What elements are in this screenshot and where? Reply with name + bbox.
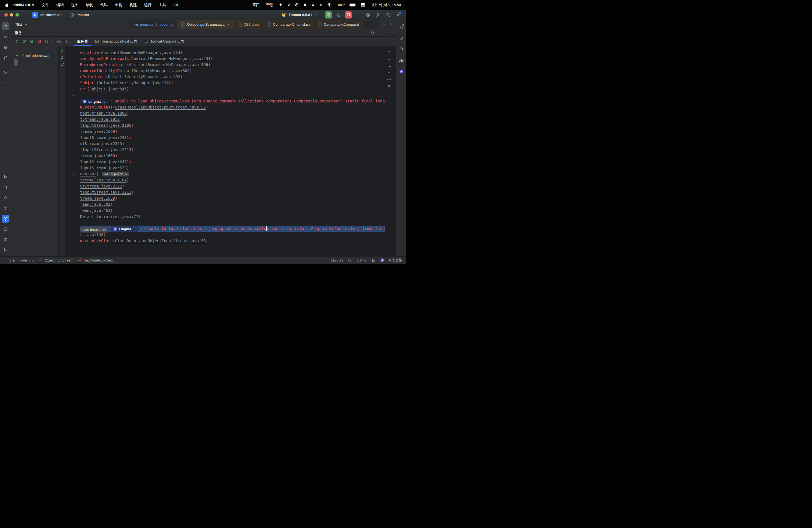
debug-button[interactable]: [335, 11, 342, 18]
close-icon[interactable]: [227, 23, 230, 26]
breadcrumb-item[interactable]: mreadNonProxyDesc: [78, 259, 114, 262]
breadcrumb-item[interactable]: CObjectInputStream: [40, 259, 73, 262]
search-everywhere-button[interactable]: [385, 11, 392, 18]
stack-trace-link[interactable]: ClassResolvingObjectInputStream.java:55: [115, 105, 206, 109]
scroll-to-end-button[interactable]: [387, 71, 391, 75]
pull-requests-tool-button[interactable]: [2, 54, 10, 62]
stack-trace-link[interactable]: InputStream.java:2431: [80, 160, 129, 164]
commit-tool-button[interactable]: [2, 33, 10, 41]
stack-trace-link[interactable]: ClassResolvingObjectInputStream.java:53: [115, 239, 206, 243]
stack-trace-link[interactable]: ream.java:503: [80, 202, 111, 207]
database-tool-button[interactable]: [397, 46, 405, 53]
stack-trace-link[interactable]: tream.java:1669: [80, 129, 115, 134]
editor-tab[interactable]: CComparatorChain.class: [263, 20, 314, 29]
cat-icon[interactable]: [311, 3, 315, 7]
scrollbar-thumb[interactable]: [14, 59, 18, 66]
locate-icon[interactable]: [371, 31, 375, 35]
stack-trace-link[interactable]: DefaultSecurityManager.java:492: [108, 75, 180, 79]
prev-message-button[interactable]: [387, 50, 391, 54]
menu-item[interactable]: 构建: [130, 2, 137, 8]
stop-server-button[interactable]: [35, 38, 43, 45]
more-options-button[interactable]: [63, 38, 70, 45]
stack-trace-link[interactable]: tInputStream.java:2213: [80, 147, 131, 152]
menu-item[interactable]: 帮助: [266, 2, 273, 8]
file-encoding[interactable]: UTF-8: [357, 259, 366, 262]
stack-trace-link[interactable]: tInputStream.java:2213: [80, 190, 131, 194]
menubar-clock[interactable]: 8月9日 周六 15:54: [371, 2, 401, 8]
stack-trace-link[interactable]: tInputStream.java:2186: [80, 123, 131, 128]
battery-icon[interactable]: [349, 3, 356, 6]
lingma-tool-button[interactable]: [397, 68, 405, 75]
stack-trace-link[interactable]: AbstractRememberMeManager.java:396: [129, 62, 208, 67]
branch-selector[interactable]: master: [71, 13, 93, 17]
assistant-icon[interactable]: [319, 3, 323, 7]
build-tool-button[interactable]: [2, 204, 10, 212]
editor-tab[interactable]: CComparableComparat: [314, 20, 363, 29]
stack-trace-link[interactable]: treamClass.java:1184: [80, 178, 127, 182]
stack-trace-link[interactable]: tream.java:1669: [80, 196, 115, 201]
menu-item[interactable]: 视图: [71, 2, 78, 8]
chevron-down-icon[interactable]: [382, 23, 386, 27]
project-panel-header[interactable]: 项目: [11, 20, 130, 29]
stack-trace-link[interactable]: Subject.java:846: [89, 87, 127, 91]
code-with-me-button[interactable]: [375, 11, 382, 18]
menu-item[interactable]: 重构: [115, 2, 122, 8]
stack-trace-link[interactable]: tream.java:1669: [80, 153, 115, 158]
project-selector[interactable]: S shirodemo: [21, 12, 63, 18]
stack-trace-link[interactable]: DefaultSecurityManager.java:342: [99, 80, 171, 85]
stack-trace-link[interactable]: InputStream.java:633: [80, 166, 127, 170]
profiler-button[interactable]: [55, 38, 62, 45]
menu-item[interactable]: 文件: [42, 2, 49, 8]
problems-tool-button[interactable]: [2, 236, 10, 244]
swap-panels-button[interactable]: [60, 56, 64, 60]
structure-tool-button[interactable]: [2, 69, 10, 76]
expand-button[interactable]: [13, 38, 20, 45]
window-close-button[interactable]: [4, 13, 8, 17]
next-message-button[interactable]: [387, 57, 391, 61]
stack-trace-link[interactable]: s.java:148: [80, 233, 103, 237]
caret-position[interactable]: 1988:23: [331, 259, 343, 262]
breadcrumb-item[interactable]: rt.jar: [4, 259, 15, 262]
console-scrollbar[interactable]: [393, 46, 396, 256]
window-zoom-button[interactable]: [15, 13, 19, 17]
chevron-down-icon[interactable]: [15, 54, 19, 57]
play-circle-icon[interactable]: [295, 3, 299, 7]
menu-item[interactable]: 窗口: [252, 2, 260, 8]
version-control-tool-button[interactable]: [2, 246, 10, 254]
wifi-icon[interactable]: [327, 3, 332, 6]
breadcrumb-item[interactable]: io: [32, 259, 34, 262]
scroll-sync-button[interactable]: [60, 49, 64, 53]
dependencies-tool-button[interactable]: [397, 34, 405, 42]
rerun-button[interactable]: [325, 11, 332, 18]
stack-trace-link[interactable]: DefaultSecurityManager.java:604: [117, 69, 189, 73]
stack-trace-link[interactable]: ava:782: [80, 172, 97, 176]
editor-tab[interactable]: CCB1.class: [234, 20, 263, 29]
console-tab[interactable]: Tomcat Localhost 日志: [91, 37, 141, 46]
rerun-server-button[interactable]: [21, 38, 28, 45]
more-run-options-button[interactable]: [354, 11, 362, 18]
stop-button[interactable]: [345, 11, 352, 18]
apple-icon[interactable]: [5, 2, 9, 7]
plugin-tree-icon[interactable]: [371, 258, 375, 262]
services-tool-button[interactable]: [2, 215, 10, 223]
maven-tool-button[interactable]: m: [397, 57, 405, 64]
control-center-icon[interactable]: [360, 3, 365, 7]
stack-trace-link[interactable]: tStream.java:1852: [80, 117, 120, 121]
run-configuration-selector[interactable]: Tomcat 8.5.81: [281, 13, 317, 17]
stack-trace-link[interactable]: AbstractRememberMeManager.java:431: [131, 56, 211, 61]
lingma-badge[interactable]: Lingma→: [111, 226, 139, 232]
terminal-tool-button[interactable]: [2, 225, 10, 233]
stack-trace-link[interactable]: AbstractRememberMeManager.java:514: [101, 50, 180, 55]
stack-trace-link[interactable]: nputStream.java:1988: [80, 111, 127, 115]
learn-tool-button[interactable]: [2, 43, 10, 51]
lingma-status-icon[interactable]: [380, 258, 384, 262]
print-button[interactable]: [387, 78, 391, 82]
stack-trace-link[interactable]: utStream.java:2322: [80, 184, 122, 188]
settings-button[interactable]: [394, 11, 402, 18]
menu-app-name[interactable]: IntelliJ IDEA: [12, 3, 34, 7]
menu-item[interactable]: 导航: [86, 2, 93, 8]
bird-icon[interactable]: [287, 3, 291, 7]
folded-lines-badge[interactable]: <4 个内部行>: [102, 172, 129, 176]
lingma-badge[interactable]: Lingma→: [80, 99, 108, 104]
stack-trace-link[interactable]: utStream.java:2355: [80, 142, 122, 146]
